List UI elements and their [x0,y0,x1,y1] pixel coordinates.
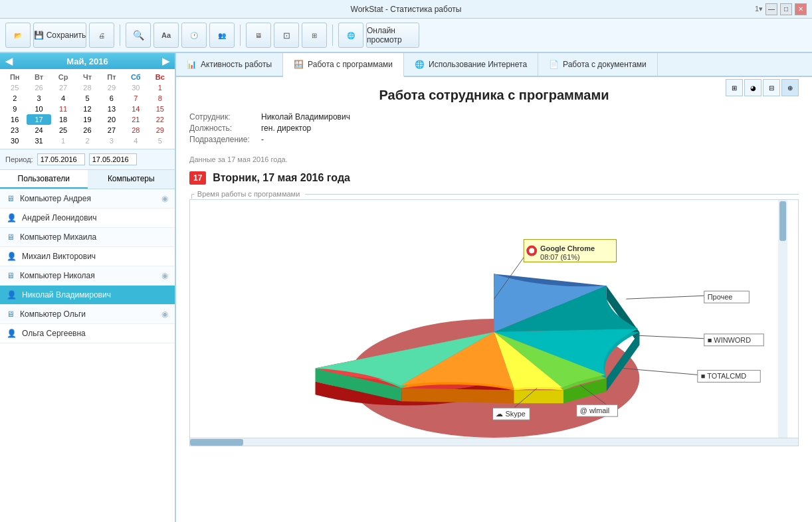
globe-button[interactable]: 🌐 [338,23,363,48]
window-controls[interactable]: 1▾ — □ ✕ [755,3,807,15]
computer-icon: 🖥 [7,271,15,280]
cal-day[interactable]: 13 [100,104,124,114]
maximize-button[interactable]: □ [780,3,792,15]
cal-day[interactable]: 19 [75,114,99,125]
cal-day[interactable]: 25 [3,82,27,93]
cal-day-today[interactable]: 17 [27,114,51,125]
cal-day[interactable]: 2 [75,135,99,146]
next-month-button[interactable]: ▶ [162,56,169,66]
app-title: WorkStat - Статистика работы [351,5,462,14]
minimize-button[interactable]: — [765,3,777,15]
date-text: Вторник, 17 мая 2016 года [213,172,350,184]
open-button[interactable]: 📂 [5,23,31,48]
period-from-input[interactable] [37,153,85,165]
department-label: Подразделение: [189,135,256,144]
list-item-comp-olga[interactable]: 🖥 Компьютер Ольги ◉ [0,305,175,324]
cal-day[interactable]: 31 [27,135,51,146]
search-button[interactable]: 🔍 [126,23,151,48]
cal-week-1: 25 26 27 28 29 30 1 [3,82,172,93]
cal-day[interactable]: 30 [3,135,27,146]
cal-day[interactable]: 27 [100,125,124,135]
cal-day[interactable]: 28 [124,125,148,135]
font-button[interactable]: Аа [153,23,179,48]
cal-day[interactable]: 8 [148,93,172,104]
cal-day[interactable]: 1 [148,82,172,93]
cal-day[interactable]: 3 [27,93,51,104]
tab-programs[interactable]: 🪟 Работа с программами [283,53,404,77]
grid-view-button[interactable]: ⊟ [763,79,780,96]
print-button[interactable]: 🖨 [89,23,114,48]
cal-day[interactable]: 4 [51,93,75,104]
expand-icon: ◉ [161,194,168,203]
close-button[interactable]: ✕ [795,3,807,15]
cal-day[interactable]: 15 [148,104,172,114]
cal-day[interactable]: 11 [51,104,75,114]
cal-day[interactable]: 26 [27,82,51,93]
save-button[interactable]: 💾 Сохранить [33,23,86,48]
calendar-header: ◀ Май, 2016 ▶ [0,53,175,69]
cal-week-5: 23 24 25 26 27 28 29 [3,125,172,135]
list-item-user-andrey[interactable]: 👤 Андрей Леонидович [0,209,175,228]
tab-docs[interactable]: 📄 Работа с документами [538,53,658,76]
cal-day[interactable]: 27 [51,82,75,93]
table-view-button[interactable]: ⊞ [726,79,743,96]
list-item-comp-mikhail[interactable]: 🖥 Компьютер Михаила [0,228,175,247]
svg-text:@ wlmail: @ wlmail [580,406,609,414]
clock-button[interactable]: 🕐 [181,23,207,48]
cal-day[interactable]: 26 [75,125,99,135]
user-icon: 👤 [7,252,17,261]
cal-day[interactable]: 10 [27,104,51,114]
period-to-input[interactable] [89,153,137,165]
pie-view-button[interactable]: ◕ [744,79,761,96]
cal-day[interactable]: 4 [124,135,148,146]
table-button[interactable]: ⊞ [302,23,327,48]
cal-day[interactable]: 29 [100,82,124,93]
cal-day[interactable]: 2 [3,93,27,104]
cal-day[interactable]: 22 [148,114,172,125]
cal-day[interactable]: 20 [100,114,124,125]
monitor-button[interactable]: 🖥 [246,23,271,48]
tab-computers[interactable]: Компьютеры [88,170,175,189]
position-label: Должность: [189,124,256,133]
cal-week-3: 9 10 11 12 13 14 15 [3,104,172,114]
cal-day[interactable]: 9 [3,104,27,114]
cal-day[interactable]: 5 [75,93,99,104]
prev-month-button[interactable]: ◀ [5,56,13,66]
cal-day[interactable]: 12 [75,104,99,114]
cal-day[interactable]: 23 [3,125,27,135]
list-item-user-olga[interactable]: 👤 Ольга Сергеевна [0,324,175,343]
cal-day[interactable]: 25 [51,125,75,135]
top-tabs: 📊 Активность работы 🪟 Работа с программа… [176,53,812,77]
cal-day[interactable]: 6 [100,93,124,104]
users-button[interactable]: 👥 [209,23,235,48]
cal-day[interactable]: 16 [3,114,27,125]
tab-internet[interactable]: 🌐 Использование Интернета [404,53,538,76]
cal-day[interactable]: 5 [148,135,172,146]
weekday-sun: Вс [148,72,172,82]
cal-day[interactable]: 1 [51,135,75,146]
cal-day[interactable]: 24 [27,125,51,135]
right-panel: 📊 Активность работы 🪟 Работа с программа… [176,53,812,522]
list-item-user-nikolay[interactable]: 👤 Николай Владимирович [0,286,175,305]
cal-day[interactable]: 14 [124,104,148,114]
online-button[interactable]: Онлайн просмотр [366,23,419,48]
network-button[interactable]: ⊡ [274,23,299,48]
tab-activity[interactable]: 📊 Активность работы [176,53,283,76]
cal-day[interactable]: 3 [100,135,124,146]
list-item-comp-andrey[interactable]: 🖥 Компьютер Андрея ◉ [0,189,175,209]
cal-day[interactable]: 18 [51,114,75,125]
horizontal-scrollbar[interactable] [189,438,799,446]
user-active-icon: 👤 [7,290,17,300]
cal-day[interactable]: 30 [124,82,148,93]
computer-icon: 🖥 [7,194,15,203]
users-icon: 👥 [218,32,226,39]
cal-day[interactable]: 28 [75,82,99,93]
cal-day[interactable]: 21 [124,114,148,125]
cal-day[interactable]: 29 [148,125,172,135]
list-item-user-mikhail[interactable]: 👤 Михаил Викторович [0,247,175,266]
scrollbar-thumb[interactable] [190,439,243,446]
list-view-button[interactable]: ⊕ [781,79,799,96]
tab-users[interactable]: Пользователи [0,170,88,189]
cal-day[interactable]: 7 [124,93,148,104]
list-item-comp-nikolay[interactable]: 🖥 Компьютер Николая ◉ [0,266,175,286]
